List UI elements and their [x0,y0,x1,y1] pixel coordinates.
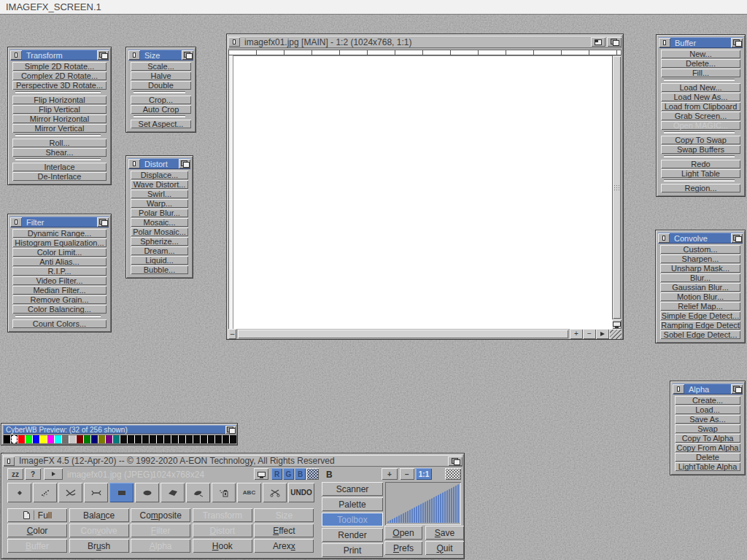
panel-button-light-table[interactable]: Light Table [661,169,740,178]
vertical-scrollbar[interactable] [612,55,622,329]
palette-swatch[interactable] [33,435,39,443]
horizontal-scroll-thumb[interactable] [238,330,568,338]
panel-button-sobel-edge-detect[interactable]: Sobel Edge Detect... [660,330,740,339]
pan-arrow-button[interactable] [596,329,609,339]
panel-button-roll[interactable]: Roll... [12,139,107,147]
palette-swatch[interactable] [106,435,112,443]
panel-button-complex-2d-rotate[interactable]: Complex 2D Rotate... [12,71,107,80]
panel-button-dream[interactable]: Dream... [131,246,188,255]
screen-title-bar[interactable]: IMAGEFX_SCREEN.1 [0,0,747,15]
close-icon[interactable] [10,50,22,60]
titlebar[interactable]: ImageFX 4.5 (12-Apr-20) -- © 1992-2020 A… [3,455,462,467]
action-button-quit[interactable]: Quit [425,541,464,555]
panel-button-create[interactable]: Create... [675,396,740,405]
panel-button-color-balancing[interactable]: Color Balancing... [12,305,107,314]
screen-mode-button[interactable] [612,319,622,329]
menu-button-brush[interactable]: Brush [69,539,129,553]
help-button[interactable]: ? [25,468,41,480]
panel-button-relief-map[interactable]: Relief Map... [660,302,740,311]
line-tool[interactable] [58,483,82,502]
panel-button-simple-2d-rotate[interactable]: Simple 2D Rotate... [12,62,107,71]
depth-icon[interactable] [731,233,743,243]
palette-swatch[interactable] [230,435,236,443]
panel-button-polar-blur[interactable]: Polar Blur... [131,209,188,217]
palette-swatch[interactable] [201,435,207,443]
undo-button[interactable]: UNDO [288,483,314,502]
panel-button-median-filter[interactable]: Median Filter... [12,286,107,295]
close-icon[interactable] [128,50,140,60]
panel-button-set-aspect[interactable]: Set Aspect... [131,120,191,128]
panel-button-swirl[interactable]: Swirl... [131,190,188,198]
close-icon[interactable] [128,159,140,168]
vertical-scroll-thumb[interactable] [613,56,621,319]
panel-button-swap[interactable]: Swap [675,424,740,433]
palette-swatch[interactable] [120,435,127,443]
action-button-open[interactable]: Open [384,526,422,540]
panel-button-r-i-p[interactable]: R.I.P... [12,267,107,276]
panel-button-anti-alias[interactable]: Anti Alias... [12,257,107,266]
palette-swatch[interactable] [26,435,32,443]
panel-button-flip-vertical[interactable]: Flip Vertical [12,105,107,114]
palette-swatch[interactable] [135,435,142,443]
mode-button-toolbox[interactable]: Toolbox [322,513,383,526]
mode-button-render[interactable]: Render [322,528,383,542]
close-icon[interactable] [659,38,670,47]
airbrush-tool[interactable] [33,483,57,502]
close-icon[interactable] [673,384,684,394]
depth-icon[interactable] [97,217,109,227]
depth-icon[interactable] [179,159,190,168]
panel-button-fill[interactable]: Fill... [661,69,740,77]
titlebar[interactable]: Convolve [658,233,743,244]
panel-button-copy-to-alpha[interactable]: Copy To Alpha [675,434,740,443]
palette-swatch[interactable] [128,435,134,443]
panel-button-delete[interactable]: Delete... [661,59,740,68]
action-button-prefs[interactable]: Prefs [384,541,422,555]
close-icon[interactable] [3,456,15,466]
ruler-origin-button[interactable]: ‒ [228,329,236,339]
channel-green-button[interactable]: G [283,468,294,480]
panel-button-copy-from-alpha[interactable]: Copy From Alpha [675,443,740,452]
close-icon[interactable] [228,37,240,47]
titlebar[interactable]: Size [128,50,193,61]
panel-button-delete[interactable]: Delete [675,453,740,462]
fill-tool[interactable] [212,483,236,502]
depth-icon[interactable] [731,38,743,47]
menu-button-hook[interactable]: Hook [193,539,252,553]
palette-swatch[interactable] [171,435,178,443]
panel-button-lighttable-alpha[interactable]: LightTable Alpha [675,462,740,471]
panel-button-custom[interactable]: Custom... [660,245,740,254]
scissors-tool[interactable] [263,483,287,502]
panel-button-mirror-horizontal[interactable]: Mirror Horizontal [12,114,107,123]
panel-button-shear[interactable]: Shear... [12,148,107,157]
zoom-in-button[interactable]: + [570,329,583,339]
panel-button-swap-buffers[interactable]: Swap Buffers [661,145,740,154]
palette-swatch[interactable] [215,435,222,443]
text-tool[interactable]: ABC [237,483,261,502]
depth-icon[interactable] [731,384,743,394]
panel-button-load[interactable]: Load... [675,405,740,414]
panel-button-new[interactable]: New... [661,50,740,58]
panel-button-spherize[interactable]: Spherize... [131,237,188,246]
panel-button-gaussian-blur[interactable]: Gaussian Blur... [660,283,740,292]
panel-button-motion-blur[interactable]: Motion Blur... [660,292,740,301]
pattern-button[interactable] [445,468,461,480]
panel-button-polar-mosaic[interactable]: Polar Mosaic... [131,228,188,236]
dither-toggle-button[interactable] [306,468,319,480]
palette-swatch[interactable] [113,435,120,443]
channel-red-button[interactable]: R [271,468,282,480]
panel-button-liquid[interactable]: Liquid... [131,256,188,265]
titlebar[interactable]: imagefx01.jpg [MAIN] - 1:2 (1024x768, 1:… [228,36,622,48]
palette-swatch[interactable] [193,435,200,443]
palette-swatch[interactable] [47,435,54,443]
image-canvas[interactable] [233,55,612,329]
curve-tool[interactable] [84,483,108,502]
macro-play-button[interactable] [44,468,63,480]
action-button-save[interactable]: Save [425,526,464,540]
palette-swatch[interactable] [98,435,105,443]
polygon-tool[interactable] [160,483,185,502]
menu-button-composite[interactable]: Composite [131,508,190,522]
palette-swatch[interactable] [164,435,171,443]
palette-swatch[interactable] [62,435,69,443]
mode-button-palette[interactable]: Palette [322,497,383,511]
panel-button-load-from-clipboard[interactable]: Load from Clipboard [661,102,740,111]
